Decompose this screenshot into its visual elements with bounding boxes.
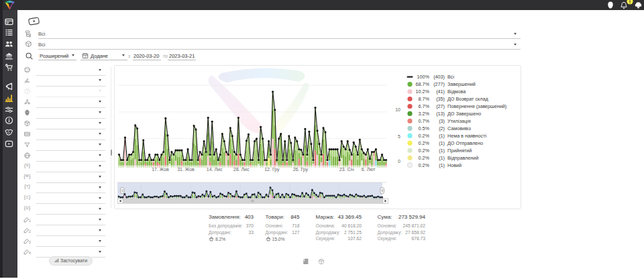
- svg-text:(1): (1): [439, 162, 445, 168]
- svg-text:17. Жов: 17. Жов: [152, 167, 169, 172]
- svg-text:ДО Отправлено: ДО Отправлено: [447, 140, 483, 146]
- svg-text:Відправлений: Відправлений: [447, 155, 478, 161]
- svg-text:12. Гру: 12. Гру: [264, 167, 280, 172]
- svg-text:14. Лис: 14. Лис: [207, 167, 223, 172]
- svg-text:0.5%: 0.5%: [419, 125, 430, 131]
- svg-text:Нема в наявності: Нема в наявності: [447, 133, 486, 139]
- svg-text:(1): (1): [439, 155, 445, 161]
- svg-text:(403): (403): [433, 74, 445, 80]
- svg-text:10: 10: [395, 107, 400, 112]
- svg-text:68.7%: 68.7%: [416, 81, 430, 87]
- svg-text:(1): (1): [439, 133, 445, 139]
- svg-text:(13): (13): [436, 111, 445, 117]
- svg-text:6. Лют: 6. Лют: [362, 167, 376, 172]
- svg-text:0.2%: 0.2%: [419, 133, 430, 139]
- svg-text:Відмова: Відмова: [447, 89, 466, 95]
- svg-text:Утилізація: Утилізація: [447, 118, 471, 124]
- svg-text:Повернення (завершений): Повернення (завершений): [447, 103, 506, 109]
- svg-text:Завершений: Завершений: [447, 81, 476, 87]
- svg-text:0.2%: 0.2%: [419, 148, 430, 154]
- svg-text:(277): (277): [433, 81, 445, 87]
- svg-text:100%: 100%: [417, 74, 430, 80]
- svg-text:(35): (35): [436, 96, 445, 102]
- svg-text:0: 0: [398, 159, 400, 164]
- svg-text:ДО Возврат склад: ДО Возврат склад: [447, 96, 488, 102]
- svg-text:6.7%: 6.7%: [419, 103, 430, 109]
- svg-text:23. Січ: 23. Січ: [339, 167, 354, 172]
- svg-text:0.7%: 0.7%: [419, 118, 430, 124]
- svg-text:28. Лис: 28. Лис: [233, 167, 250, 172]
- svg-text:(27): (27): [436, 103, 445, 109]
- svg-text:0.2%: 0.2%: [419, 155, 430, 161]
- svg-text:Самовивіз: Самовивіз: [447, 125, 471, 131]
- svg-text:(41): (41): [436, 89, 445, 95]
- svg-text:(1): (1): [439, 148, 445, 154]
- svg-text:(3): (3): [439, 118, 445, 124]
- svg-text:5: 5: [398, 134, 400, 139]
- svg-text:31. Жов: 31. Жов: [177, 167, 195, 172]
- svg-text:ДО Завершено: ДО Завершено: [447, 111, 481, 117]
- svg-text:3.2%: 3.2%: [419, 111, 430, 117]
- svg-text:(2): (2): [439, 125, 445, 131]
- svg-text:Новий: Новий: [447, 162, 462, 168]
- svg-text:10.2%: 10.2%: [416, 89, 430, 95]
- svg-text:Всі: Всі: [447, 74, 454, 80]
- svg-text:0.2%: 0.2%: [419, 140, 430, 146]
- svg-text:Прийнятий: Прийнятий: [447, 148, 472, 154]
- svg-text:26. Гру: 26. Гру: [293, 167, 309, 172]
- svg-text:0.2%: 0.2%: [419, 162, 430, 168]
- svg-text:(1): (1): [439, 140, 445, 146]
- svg-text:8.7%: 8.7%: [419, 96, 430, 102]
